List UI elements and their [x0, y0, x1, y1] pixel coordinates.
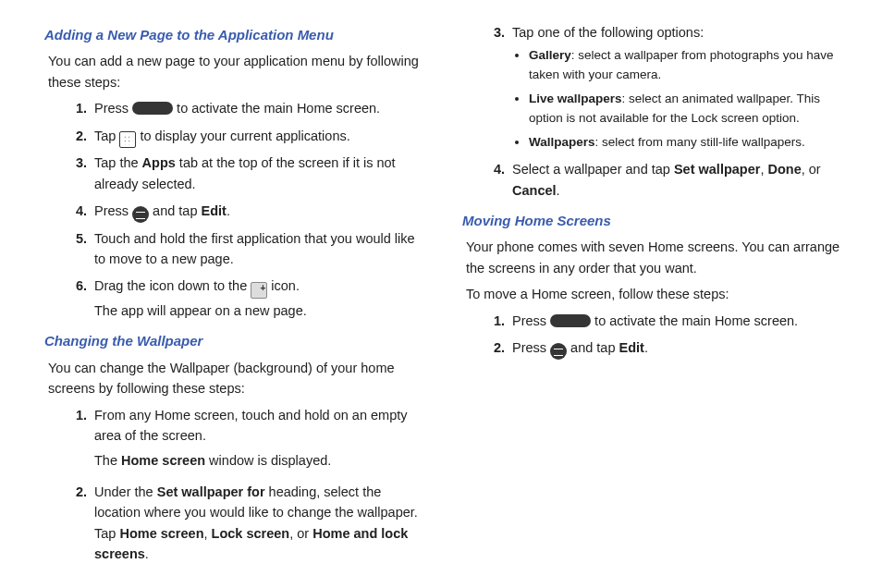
- wallpaper-step-1-subline: The Home screen window is displayed.: [94, 450, 427, 471]
- intro-moving-2: To move a Home screen, follow these step…: [466, 284, 845, 304]
- left-column: Adding a New Page to the Application Men…: [44, 22, 427, 574]
- heading-adding-page: Adding a New Page to the Application Men…: [44, 24, 427, 45]
- intro-adding-page: You can add a new page to your applicati…: [48, 51, 427, 92]
- wallpaper-step-2: Under the Set wallpaper for heading, sel…: [91, 482, 427, 565]
- menu-icon: [132, 206, 149, 223]
- step-4: Press and tap Edit.: [91, 201, 427, 221]
- right-column: Tap one of the following options: Galler…: [462, 22, 845, 574]
- home-button-icon: [132, 102, 173, 115]
- apps-grid-icon: [119, 131, 136, 148]
- new-page-icon: [251, 282, 267, 299]
- intro-moving-1: Your phone comes with seven Home screens…: [466, 237, 845, 278]
- wallpaper-step-4: Select a wallpaper and tap Set wallpaper…: [508, 159, 845, 201]
- step-6: Drag the icon down to the icon. The app …: [91, 276, 427, 321]
- option-live-wallpapers: Live wallpapers: select an animated wall…: [529, 90, 845, 129]
- option-gallery: Gallery: select a wallpaper from photogr…: [529, 46, 845, 85]
- heading-moving-screens: Moving Home Screens: [462, 210, 845, 231]
- steps-moving-screens: Press to activate the main Home screen. …: [462, 311, 845, 359]
- menu-icon: [550, 343, 567, 360]
- step-6-subline: The app will appear on a new page.: [94, 300, 427, 321]
- option-wallpapers: Wallpapers: select from many still-life …: [529, 133, 845, 153]
- steps-changing-wallpaper: From any Home screen, touch and hold on …: [44, 405, 427, 565]
- intro-changing-wallpaper: You can change the Wallpaper (background…: [48, 358, 427, 399]
- step-2: Tap to display your current applications…: [91, 126, 427, 146]
- moving-step-2: Press and tap Edit.: [508, 337, 845, 358]
- heading-changing-wallpaper: Changing the Wallpaper: [44, 330, 427, 351]
- wallpaper-step-3: Tap one of the following options: Galler…: [508, 22, 845, 153]
- step-5: Touch and hold the first application tha…: [91, 228, 427, 270]
- step-3: Tap the Apps tab at the top of the scree…: [91, 153, 427, 194]
- moving-step-1: Press to activate the main Home screen.: [508, 311, 845, 331]
- steps-adding-page: Press to activate the main Home screen. …: [44, 98, 427, 321]
- wallpaper-options: Gallery: select a wallpaper from photogr…: [512, 46, 845, 153]
- step-1: Press to activate the main Home screen.: [91, 98, 427, 118]
- steps-wallpaper-continued: Tap one of the following options: Galler…: [462, 22, 845, 201]
- home-button-icon: [550, 314, 591, 327]
- wallpaper-step-1: From any Home screen, touch and hold on …: [91, 405, 427, 471]
